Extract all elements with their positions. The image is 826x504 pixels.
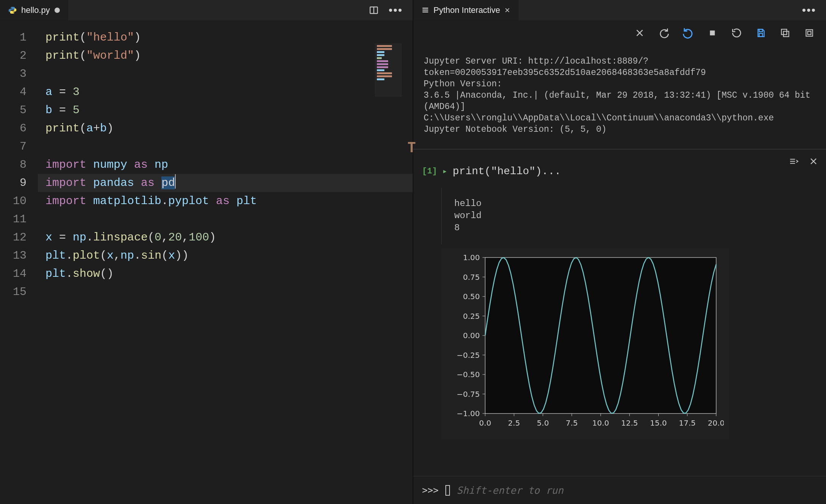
- editor-tabbar-actions: •••: [369, 0, 413, 20]
- svg-text:0.75: 0.75: [463, 273, 480, 282]
- svg-text:−1.00: −1.00: [456, 409, 479, 418]
- svg-text:−0.50: −0.50: [456, 370, 479, 379]
- svg-text:17.5: 17.5: [679, 418, 696, 428]
- code-area[interactable]: print("hello")print("world")a = 3b = 5pr…: [38, 21, 413, 504]
- code-editor[interactable]: 123456789101112131415 print("hello")prin…: [0, 21, 413, 504]
- interactive-body: Jupyter Server URI: http://localhost:888…: [413, 45, 826, 476]
- interactive-panel-icon: [422, 6, 429, 14]
- expand-arrow-icon[interactable]: ▸: [442, 166, 447, 176]
- redo-icon[interactable]: [656, 25, 671, 41]
- cell-code-summary: print("hello")...: [453, 165, 561, 177]
- cell-delete-icon[interactable]: [807, 155, 820, 168]
- interactive-tab[interactable]: Python Interactive ×: [413, 0, 519, 20]
- interactive-pane: Python Interactive × •••: [413, 0, 826, 504]
- save-icon[interactable]: [753, 25, 768, 41]
- minimap[interactable]: [375, 44, 401, 97]
- repl-placeholder: Shift-enter to run: [457, 485, 564, 496]
- svg-text:−0.25: −0.25: [456, 351, 479, 360]
- editor-pane: hello.py ••• 123456789101112131415 print…: [0, 0, 413, 504]
- svg-text:5.0: 5.0: [537, 418, 549, 428]
- svg-text:20.0: 20.0: [707, 418, 723, 428]
- svg-text:0.25: 0.25: [463, 312, 480, 321]
- expand-icon[interactable]: [802, 25, 817, 41]
- cell-header[interactable]: [1] ▸ print("hello")...: [422, 165, 817, 177]
- repl-cursor-icon: [445, 485, 450, 496]
- unsaved-dot-icon: [55, 8, 60, 13]
- svg-text:10.0: 10.0: [592, 418, 609, 428]
- type-hint-indicator: T: [408, 138, 413, 155]
- close-icon[interactable]: ×: [505, 6, 510, 15]
- undo-icon[interactable]: [681, 25, 696, 41]
- sine-plot: −1.00−0.75−0.50−0.250.000.250.500.751.00…: [447, 251, 724, 432]
- svg-rect-12: [806, 30, 812, 36]
- restart-icon[interactable]: [729, 25, 744, 41]
- interrupt-icon[interactable]: [705, 25, 720, 41]
- svg-text:0.0: 0.0: [479, 418, 491, 428]
- interactive-tabbar-actions: •••: [802, 0, 826, 20]
- repl-input-row[interactable]: >>> Shift-enter to run: [413, 476, 826, 504]
- svg-rect-4: [422, 11, 428, 12]
- svg-rect-3: [422, 9, 428, 11]
- cell-actions: [787, 155, 820, 168]
- svg-rect-19: [485, 257, 716, 413]
- editor-tab-filename: hello.py: [21, 5, 50, 15]
- svg-rect-11: [784, 31, 789, 37]
- svg-text:0.50: 0.50: [463, 292, 480, 301]
- cell-prompt: [1]: [422, 167, 437, 176]
- editor-tab-hello-py[interactable]: hello.py: [0, 0, 69, 20]
- plot-output: −1.00−0.75−0.50−0.250.000.250.500.751.00…: [441, 248, 729, 439]
- svg-text:2.5: 2.5: [508, 418, 520, 428]
- interactive-toolbar: [413, 21, 826, 45]
- svg-text:15.0: 15.0: [650, 418, 667, 428]
- svg-text:7.5: 7.5: [565, 418, 578, 428]
- svg-text:12.5: 12.5: [621, 418, 638, 428]
- interactive-tabbar: Python Interactive × •••: [413, 0, 826, 21]
- server-info-text: Jupyter Server URI: http://localhost:888…: [413, 45, 826, 149]
- svg-rect-9: [759, 33, 763, 37]
- svg-rect-7: [710, 31, 715, 36]
- export-icon[interactable]: [778, 25, 793, 41]
- cell-stdout: hello world 8: [441, 188, 817, 245]
- cancel-icon[interactable]: [632, 25, 647, 41]
- line-number-gutter: 123456789101112131415: [0, 21, 38, 504]
- svg-text:−0.75: −0.75: [456, 390, 479, 399]
- repl-chevrons-icon: >>>: [422, 485, 439, 496]
- svg-rect-2: [422, 8, 428, 9]
- svg-rect-10: [781, 29, 787, 34]
- cell: [1] ▸ print("hello")... hello world 8 −1…: [413, 149, 826, 454]
- split-editor-icon[interactable]: [369, 5, 379, 15]
- svg-rect-8: [759, 29, 763, 32]
- python-file-icon: [8, 6, 17, 14]
- interactive-tab-title: Python Interactive: [434, 5, 500, 15]
- cell-goto-icon[interactable]: [787, 155, 800, 168]
- svg-text:0.00: 0.00: [463, 331, 480, 340]
- editor-tabbar: hello.py •••: [0, 0, 413, 21]
- svg-text:1.00: 1.00: [463, 253, 480, 262]
- svg-rect-13: [808, 31, 811, 35]
